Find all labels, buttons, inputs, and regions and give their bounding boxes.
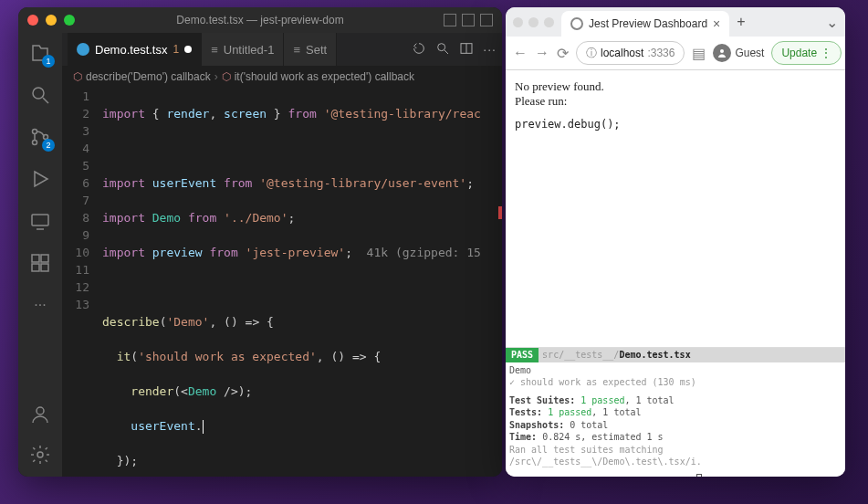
- svg-point-3: [33, 141, 37, 145]
- text-cursor: [203, 420, 204, 434]
- explorer-icon[interactable]: 1: [27, 40, 53, 66]
- svg-rect-7: [32, 255, 39, 262]
- go-back-icon[interactable]: [412, 41, 426, 58]
- browser-viewport: No preview found. Please run: preview.de…: [506, 70, 845, 347]
- file-icon: ≡: [211, 43, 218, 57]
- tab-demo-test[interactable]: Demo.test.tsx 1: [68, 33, 202, 66]
- svg-rect-9: [32, 264, 39, 271]
- minimize-window-button[interactable]: [528, 17, 539, 27]
- editor-area: Demo.test.tsx 1 ≡ Untitled-1 ≡ Sett ···: [62, 33, 502, 477]
- close-window-button[interactable]: [27, 15, 38, 26]
- more-icon[interactable]: ···: [27, 292, 53, 318]
- favicon-icon: [570, 17, 583, 30]
- file-icon: ≡: [293, 43, 300, 57]
- terminal-cursor: [696, 474, 702, 478]
- test-result-line: ✓ should work as expected (130 ms): [509, 376, 842, 389]
- breadcrumb-part: describe('Demo') callback: [86, 70, 211, 83]
- new-tab-button[interactable]: +: [737, 14, 745, 30]
- method-icon: ⬡: [222, 70, 231, 83]
- svg-point-17: [720, 49, 724, 53]
- panel-bottom-icon[interactable]: [462, 14, 475, 26]
- svg-point-2: [33, 130, 37, 134]
- reader-mode-icon[interactable]: ▤: [692, 45, 706, 62]
- breadcrumb-part: it('should work as expected') callback: [235, 70, 414, 83]
- browser-tab[interactable]: Jest Preview Dashboard ×: [561, 11, 729, 37]
- watch-usage-line: Watch Usage: Press w to show more.: [509, 474, 842, 478]
- test-file-path: src/__tests__/Demo.test.tsx: [539, 348, 845, 362]
- vscode-titlebar: Demo.test.tsx — jest-preview-dom: [18, 7, 502, 33]
- scm-badge: 2: [42, 139, 55, 152]
- update-label: Update: [781, 47, 817, 59]
- split-editor-icon[interactable]: [459, 41, 474, 58]
- tests-summary: Tests: 1 passed, 1 total: [509, 406, 842, 419]
- chevron-right-icon: ›: [214, 70, 218, 83]
- close-window-button[interactable]: [513, 17, 523, 27]
- terminal-panel[interactable]: PASS src/__tests__/Demo.test.tsx Demo ✓ …: [506, 347, 845, 477]
- more-actions-icon[interactable]: ···: [483, 42, 497, 57]
- chevron-down-icon[interactable]: ⌄: [826, 14, 838, 31]
- browser-toolbar: ← → ⟳ ⓘ localhost:3336 ▤ Guest Update ⋮: [506, 37, 845, 69]
- back-button[interactable]: ←: [513, 45, 528, 61]
- react-file-icon: [77, 43, 89, 56]
- activity-bar: 1 2 ···: [18, 33, 62, 477]
- minimize-window-button[interactable]: [46, 15, 57, 26]
- browser-window-controls: [513, 17, 554, 27]
- tab-label: Untitled-1: [224, 43, 275, 57]
- tab-untitled[interactable]: ≡ Untitled-1: [202, 33, 284, 66]
- code-editor[interactable]: 1 2 3 4 5 6 7 8 9 10 11 12 13 import { r…: [62, 88, 502, 477]
- source-control-icon[interactable]: 2: [27, 124, 53, 150]
- address-bar[interactable]: ⓘ localhost:3336: [576, 41, 685, 65]
- breadcrumb[interactable]: ⬡ describe('Demo') callback › ⬡ it('shou…: [62, 66, 502, 88]
- snapshots-summary: Snapshots: 0 total: [509, 419, 842, 432]
- svg-rect-8: [41, 255, 48, 262]
- vscode-window: Demo.test.tsx — jest-preview-dom 1 2: [18, 7, 502, 477]
- reload-button[interactable]: ⟳: [557, 45, 569, 62]
- code-content: import { render, screen } from '@testing…: [102, 88, 502, 477]
- svg-point-13: [438, 43, 445, 50]
- overview-ruler-error: [498, 206, 502, 219]
- find-icon[interactable]: [435, 41, 450, 58]
- window-controls: [27, 15, 75, 26]
- profile-label: Guest: [735, 47, 764, 59]
- svg-line-14: [444, 50, 448, 54]
- svg-line-1: [43, 98, 48, 103]
- tab-problem-count: 1: [173, 43, 179, 56]
- settings-gear-icon[interactable]: [27, 442, 53, 467]
- run-debug-icon[interactable]: [27, 166, 53, 192]
- editor-tabs: Demo.test.tsx 1 ≡ Untitled-1 ≡ Sett ···: [62, 33, 502, 66]
- tab-dirty-indicator: [184, 46, 192, 53]
- maximize-window-button[interactable]: [544, 17, 554, 27]
- panel-right-icon[interactable]: [480, 14, 493, 26]
- ran-pattern-line: Ran all test suites matching /src\/__tes…: [509, 444, 842, 468]
- extensions-icon[interactable]: [27, 250, 53, 276]
- pass-badge: PASS: [506, 348, 539, 362]
- address-host: localhost: [601, 47, 643, 59]
- explorer-badge: 1: [42, 55, 55, 68]
- account-icon[interactable]: [27, 402, 53, 427]
- tab-title: Jest Preview Dashboard: [589, 17, 707, 30]
- update-button[interactable]: Update ⋮: [771, 41, 842, 65]
- svg-rect-10: [41, 264, 48, 271]
- tab-settings[interactable]: ≡ Sett: [284, 33, 337, 66]
- window-title: Demo.test.tsx — jest-preview-dom: [176, 14, 343, 26]
- line-gutter: 1 2 3 4 5 6 7 8 9 10 11 12 13: [62, 88, 102, 477]
- browser-chrome: Jest Preview Dashboard × + ⌄ ← → ⟳ ⓘ loc…: [506, 7, 845, 70]
- search-icon[interactable]: [27, 82, 53, 108]
- layout-controls: [444, 14, 493, 26]
- panel-left-icon[interactable]: [444, 14, 456, 26]
- browser-window: Jest Preview Dashboard × + ⌄ ← → ⟳ ⓘ loc…: [506, 7, 845, 477]
- avatar-icon: [713, 44, 731, 62]
- maximize-window-button[interactable]: [64, 15, 75, 26]
- svg-point-12: [37, 452, 43, 457]
- preview-message-line: No preview found.: [515, 79, 836, 94]
- svg-point-11: [37, 407, 44, 415]
- tab-label: Sett: [306, 43, 327, 57]
- kebab-icon: ⋮: [821, 47, 831, 59]
- remote-icon[interactable]: [27, 208, 53, 234]
- close-tab-icon[interactable]: ×: [713, 16, 720, 31]
- profile-chip[interactable]: Guest: [713, 44, 764, 62]
- test-suites-summary: Test Suites: 1 passed, 1 total: [509, 394, 842, 407]
- site-info-icon[interactable]: ⓘ: [586, 46, 597, 61]
- tab-label: Demo.test.tsx: [95, 43, 167, 57]
- forward-button[interactable]: →: [535, 45, 549, 61]
